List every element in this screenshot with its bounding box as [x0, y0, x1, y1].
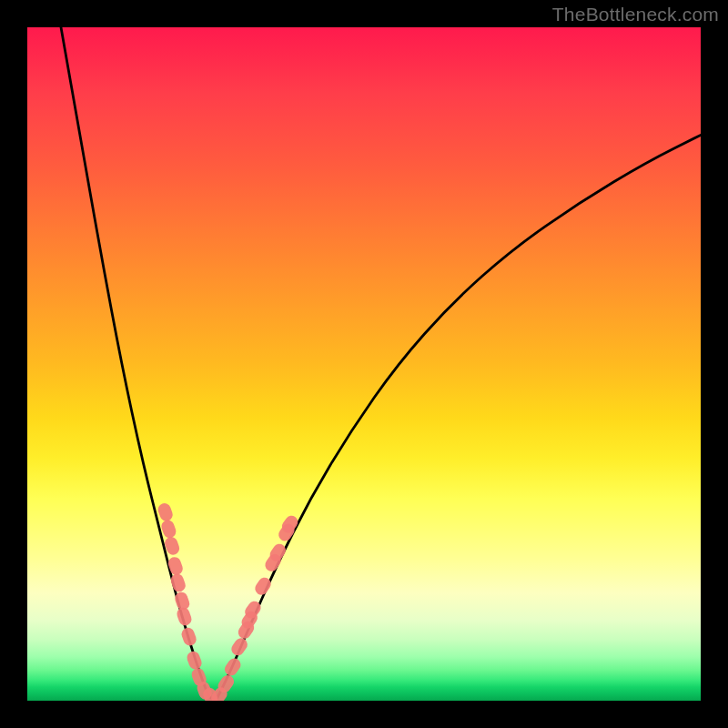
data-point [180, 626, 198, 648]
svg-rect-23 [279, 513, 300, 535]
data-point [229, 636, 250, 658]
svg-rect-2 [163, 535, 181, 557]
data-point [175, 606, 193, 628]
svg-rect-4 [169, 572, 187, 594]
svg-rect-16 [236, 619, 257, 641]
watermark-text: TheBottleneck.com [552, 4, 719, 25]
svg-rect-7 [180, 626, 198, 648]
data-point [173, 591, 191, 612]
svg-rect-5 [173, 591, 191, 612]
data-point [242, 599, 263, 621]
data-point [163, 535, 181, 557]
svg-rect-9 [190, 666, 208, 688]
svg-rect-6 [175, 606, 193, 628]
data-point [190, 666, 208, 688]
data-point [276, 521, 297, 543]
data-point [253, 575, 274, 597]
svg-rect-1 [159, 519, 177, 541]
svg-rect-18 [242, 599, 263, 621]
svg-rect-17 [239, 609, 260, 631]
svg-rect-14 [222, 656, 243, 678]
svg-rect-22 [276, 521, 297, 543]
data-point [263, 551, 284, 573]
svg-rect-11 [201, 686, 219, 701]
plot-area [27, 27, 701, 701]
svg-rect-3 [167, 555, 185, 577]
data-point [208, 685, 229, 701]
data-point [216, 672, 237, 694]
data-points [157, 501, 300, 701]
chart-frame: TheBottleneck.com [0, 0, 728, 728]
data-point [222, 656, 243, 678]
svg-rect-0 [157, 501, 175, 523]
curve-segment [216, 135, 701, 701]
data-point [239, 609, 260, 631]
bottleneck-curve [61, 27, 701, 701]
svg-rect-15 [229, 636, 250, 658]
svg-rect-10 [196, 680, 214, 701]
data-point [169, 572, 187, 594]
curve-segment [61, 27, 216, 701]
data-point [167, 555, 185, 577]
data-point [196, 680, 214, 701]
data-point [268, 541, 288, 563]
svg-rect-12 [208, 685, 229, 701]
svg-rect-13 [216, 672, 237, 694]
svg-rect-20 [263, 551, 284, 573]
data-point [279, 513, 300, 535]
svg-rect-8 [186, 650, 204, 672]
data-point [159, 519, 177, 541]
data-point [157, 501, 175, 523]
data-point [186, 650, 204, 672]
svg-rect-19 [253, 575, 274, 597]
svg-rect-21 [268, 541, 288, 563]
data-point [201, 686, 219, 701]
chart-svg [27, 27, 701, 701]
data-point [236, 619, 257, 641]
